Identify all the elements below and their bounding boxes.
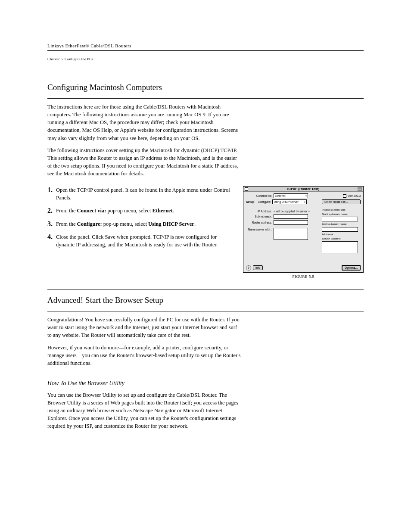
router-address-label: Router address: bbox=[246, 221, 274, 224]
grow-box-icon[interactable] bbox=[358, 187, 362, 191]
implicit-search-path-label: Implicit Search Path: bbox=[322, 208, 361, 212]
step-number-3: 3. bbox=[47, 220, 56, 228]
name-server-label: Name server addr.: bbox=[246, 228, 274, 231]
section-rule bbox=[47, 311, 364, 311]
subnet-mask-label: Subnet mask: bbox=[246, 215, 274, 218]
figure-5-8: TCP/IP (Router Test) Connect via: Ethern… bbox=[243, 186, 364, 279]
connect-via-label: Connect via: bbox=[246, 194, 274, 197]
step-number-2: 2. bbox=[47, 207, 56, 215]
advanced-paragraph-2: However, if you want to do more—for exam… bbox=[47, 344, 241, 367]
additional-label: Additional bbox=[322, 233, 361, 236]
step-4-text: Close the panel. Click Save when prompte… bbox=[56, 233, 234, 249]
step-1-text: Open the TCP/IP control panel. It can be… bbox=[56, 186, 234, 202]
setup-label: Setup bbox=[246, 200, 254, 203]
chevron-down-icon: ▾ bbox=[304, 200, 305, 203]
step-number-4: 4. bbox=[47, 233, 56, 249]
section-title-mac: Configuring Macintosh Computers bbox=[47, 83, 364, 92]
help-icon[interactable]: ? bbox=[246, 265, 251, 271]
section-rule bbox=[47, 98, 364, 99]
configure-select[interactable]: Using DHCP Server ▾ bbox=[272, 199, 307, 204]
starting-domain-input[interactable] bbox=[322, 217, 358, 221]
window-titlebar: TCP/IP (Router Test) bbox=[243, 187, 363, 192]
ending-domain-label: Ending domain name: bbox=[322, 223, 361, 226]
select-hosts-file-button[interactable]: Select Hosts File... bbox=[322, 199, 361, 204]
step-number-1: 1. bbox=[47, 186, 56, 202]
close-box[interactable] bbox=[245, 187, 248, 191]
intro-paragraph-2: The following instructions cover setting… bbox=[47, 146, 241, 178]
divider-rule bbox=[47, 289, 364, 289]
window-title: TCP/IP (Router Test) bbox=[248, 187, 358, 191]
starting-domain-label: Starting domain name: bbox=[322, 213, 361, 216]
search-domains-input[interactable] bbox=[322, 241, 358, 253]
intro-paragraph-1: The instructions here are for those usin… bbox=[47, 103, 241, 142]
step-2-text: From the Connect via: pop-up menu, selec… bbox=[56, 207, 234, 215]
configure-label: Configure: bbox=[256, 200, 272, 203]
ending-domain-input[interactable] bbox=[322, 227, 358, 232]
figure-caption: FIGURE 5.8 bbox=[243, 274, 364, 279]
book-title: Linksys EtherFast® Cable/DSL Routers bbox=[47, 43, 131, 48]
step-3-text: From the Configure: pop-up menu, select … bbox=[56, 220, 234, 228]
name-server-input[interactable] bbox=[274, 228, 308, 240]
use-8023-checkbox[interactable]: Use 802.3 bbox=[343, 194, 361, 198]
subnet-mask-input[interactable] bbox=[274, 214, 308, 219]
advanced-paragraph-1: Congratulations! You have successfully c… bbox=[47, 316, 241, 339]
browser-paragraph-1: You can use the Browser Utility to set u… bbox=[47, 391, 241, 430]
ip-address-label: IP Address: bbox=[246, 210, 274, 213]
header-rule bbox=[47, 48, 364, 51]
subsection-title-browser: How To Use the Browser Utility bbox=[47, 380, 364, 387]
router-address-input[interactable] bbox=[274, 220, 308, 225]
info-button[interactable]: Info bbox=[253, 265, 263, 270]
chevron-down-icon: ▾ bbox=[305, 194, 307, 197]
chapter-label: Chapter 5: Configure the PCs bbox=[47, 57, 364, 61]
section-title-advanced: Advanced! Start the Browser Setup bbox=[47, 296, 364, 305]
ip-address-value: < will be supplied by server > bbox=[274, 210, 310, 213]
connect-via-select[interactable]: Ethernet ▾ bbox=[274, 193, 308, 198]
search-domains-label: Search domains: bbox=[322, 237, 361, 240]
options-button[interactable]: Options... bbox=[342, 265, 361, 271]
